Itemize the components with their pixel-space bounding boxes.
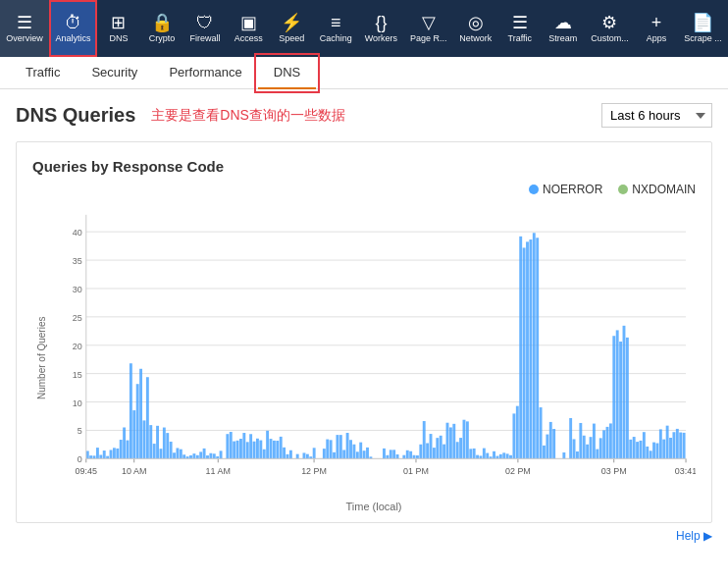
svg-rect-114 [436, 438, 439, 458]
toolbar-item-network[interactable]: ◎Network [453, 0, 498, 57]
legend-label-nxdomain: NXDOMAIN [632, 183, 696, 196]
svg-text:12 PM: 12 PM [301, 466, 327, 476]
svg-text:10: 10 [73, 398, 82, 408]
toolbar-item-workers[interactable]: {}Workers [358, 0, 403, 57]
network-icon: ◎ [468, 14, 484, 31]
time-range-select[interactable]: Last 6 hoursLast 12 hoursLast 24 hoursLa… [601, 103, 712, 128]
svg-rect-90 [342, 450, 345, 458]
chart-title: Queries by Response Code [32, 158, 696, 175]
traffic-icon: ☰ [512, 14, 528, 31]
svg-text:0: 0 [78, 454, 82, 464]
svg-rect-133 [499, 454, 502, 459]
help-link[interactable]: Help ▶ [676, 529, 712, 543]
svg-rect-56 [213, 453, 216, 458]
subnav-item-security[interactable]: Security [76, 57, 153, 89]
analytics-icon: ⏱ [65, 14, 82, 31]
toolbar-item-scrape[interactable]: 📄Scrape ... [678, 0, 728, 57]
svg-rect-38 [153, 444, 156, 458]
subnav-item-performance[interactable]: Performance [153, 57, 257, 89]
svg-rect-72 [270, 439, 273, 458]
x-axis-label: Time (local) [52, 501, 696, 512]
stream-icon: ☁ [554, 14, 572, 31]
svg-text:03:41: 03:41 [675, 466, 696, 476]
svg-rect-160 [599, 438, 602, 458]
custom-icon: ⚙ [601, 14, 617, 31]
svg-rect-124 [469, 449, 472, 458]
toolbar-item-caching[interactable]: ≡Caching [313, 0, 358, 57]
toolbar-item-dns[interactable]: ⊞DNS [97, 0, 140, 57]
svg-rect-107 [413, 455, 416, 459]
toolbar-item-analytics[interactable]: ⏱Analytics [49, 0, 97, 57]
svg-rect-175 [650, 450, 652, 458]
svg-rect-43 [170, 442, 173, 458]
svg-rect-119 [452, 424, 455, 458]
chart-inner: 051015202530354009:4510 AM11 AM12 PM01 P… [52, 204, 696, 512]
svg-rect-51 [196, 455, 199, 459]
svg-rect-27 [116, 449, 119, 458]
subnav-item-traffic[interactable]: Traffic [10, 57, 76, 89]
svg-text:15: 15 [73, 370, 82, 380]
chart-legend: NOERRORNXDOMAIN [32, 183, 696, 196]
svg-rect-78 [289, 450, 292, 459]
svg-rect-146 [543, 446, 546, 458]
firewall-icon: 🛡 [196, 14, 214, 31]
svg-rect-60 [230, 432, 233, 458]
svg-rect-155 [583, 436, 586, 459]
svg-rect-164 [612, 336, 615, 458]
svg-rect-126 [476, 455, 479, 459]
toolbar-label-dns: DNS [109, 33, 128, 43]
svg-rect-118 [449, 427, 452, 458]
toolbar-item-stream[interactable]: ☁Stream [542, 0, 585, 57]
svg-rect-136 [509, 455, 512, 459]
svg-rect-94 [356, 451, 359, 458]
svg-text:40: 40 [73, 228, 82, 238]
svg-rect-181 [669, 438, 672, 458]
svg-rect-35 [143, 420, 146, 458]
svg-rect-125 [473, 449, 476, 458]
toolbar-item-apps[interactable]: +Apps [635, 0, 678, 57]
svg-rect-154 [579, 423, 582, 458]
svg-rect-162 [606, 427, 609, 458]
svg-rect-36 [146, 377, 149, 458]
svg-rect-163 [609, 423, 612, 458]
svg-rect-104 [402, 455, 405, 459]
toolbar-item-traffic[interactable]: ☰Traffic [498, 0, 542, 57]
svg-rect-93 [352, 445, 355, 459]
svg-rect-152 [573, 439, 576, 458]
svg-rect-115 [440, 436, 442, 459]
svg-rect-129 [486, 453, 489, 459]
svg-rect-52 [199, 451, 202, 458]
toolbar-item-custom[interactable]: ⚙Custom... [585, 0, 635, 57]
svg-rect-145 [540, 407, 543, 458]
toolbar-item-overview[interactable]: ☰Overview [0, 0, 49, 57]
svg-rect-153 [576, 451, 579, 458]
svg-rect-42 [166, 433, 169, 458]
toolbar-label-firewall: Firewall [190, 33, 221, 43]
subnav-item-dns[interactable]: DNS [258, 57, 316, 89]
toolbar-item-firewall[interactable]: 🛡Firewall [183, 0, 227, 57]
svg-text:09:45: 09:45 [76, 466, 97, 476]
svg-rect-121 [459, 438, 462, 458]
svg-text:01 PM: 01 PM [403, 466, 429, 476]
svg-rect-45 [176, 448, 179, 458]
svg-rect-111 [426, 444, 429, 459]
svg-rect-149 [552, 429, 555, 458]
svg-rect-70 [263, 450, 266, 459]
svg-rect-103 [396, 454, 399, 458]
svg-rect-172 [640, 441, 643, 458]
toolbar-item-crypto[interactable]: 🔒Crypto [140, 0, 183, 57]
toolbar-label-scrape: Scrape ... [684, 33, 722, 43]
svg-rect-109 [419, 445, 422, 459]
svg-rect-58 [220, 450, 223, 458]
toolbar-item-pager[interactable]: ▽Page R... [404, 0, 453, 57]
svg-rect-67 [253, 442, 256, 459]
legend-item-nxdomain: NXDOMAIN [618, 183, 696, 196]
page-title: DNS Queries [16, 104, 135, 127]
toolbar-item-speed[interactable]: ⚡Speed [270, 0, 313, 57]
svg-rect-73 [273, 441, 276, 458]
svg-rect-134 [502, 452, 505, 458]
toolbar-label-speed: Speed [279, 33, 304, 43]
toolbar-item-access[interactable]: ▣Access [227, 0, 270, 57]
svg-rect-180 [666, 426, 669, 459]
svg-rect-182 [672, 432, 675, 458]
